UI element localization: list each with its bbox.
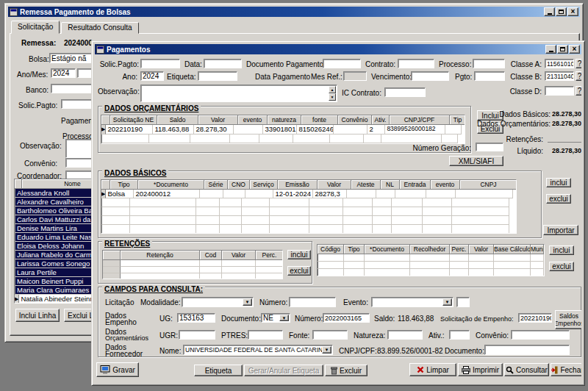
- retencoes-exclui-button[interactable]: exclui: [287, 266, 311, 276]
- tab-resultado-consulta[interactable]: Resultado Consulta: [61, 22, 138, 34]
- fonte-field[interactable]: [312, 330, 348, 340]
- pgto-field[interactable]: [474, 71, 505, 81]
- empty-row[interactable]: [318, 254, 544, 262]
- gravar-button[interactable]: Gravar: [96, 362, 139, 377]
- data-field[interactable]: [204, 59, 242, 68]
- empenho-numero-field[interactable]: 2022003165: [323, 313, 370, 323]
- minimize-button[interactable]: [544, 7, 555, 16]
- classe-a-field[interactable]: 115610100: [545, 59, 574, 68]
- col-header[interactable]: Solicitação NE: [110, 115, 157, 125]
- imprimir-button[interactable]: Imprimir: [458, 363, 503, 376]
- gerar-anular-etiqueta-button[interactable]: Gerar/Anular Etiqueta: [244, 365, 323, 376]
- tab-solicitacao[interactable]: Solicitação: [11, 21, 60, 34]
- etiqueta-button[interactable]: Etiqueta: [194, 365, 243, 376]
- col-header[interactable]: CNPJ: [460, 180, 517, 190]
- titlebar-pagamentos[interactable]: Pagamentos ×: [95, 44, 581, 54]
- licitacao-numero-field[interactable]: [289, 297, 336, 307]
- empty-row[interactable]: [101, 216, 516, 225]
- retencoes-detalhe-exclui-button[interactable]: exclui: [549, 262, 574, 271]
- classe-d-help-button[interactable]: ?: [576, 86, 581, 96]
- ug-field[interactable]: 153163: [177, 313, 215, 323]
- col-header[interactable]: Convênio: [338, 115, 372, 125]
- ano-field[interactable]: 2024: [140, 71, 164, 81]
- col-header[interactable]: Valor: [198, 115, 238, 125]
- modalidade-select[interactable]: ▼: [182, 297, 254, 307]
- empty-row[interactable]: [101, 198, 516, 207]
- minimize-button[interactable]: [545, 45, 556, 54]
- maximize-button[interactable]: [557, 45, 568, 54]
- ugr-field[interactable]: [179, 330, 215, 340]
- retencoes-detalhe-grid[interactable]: Código Tipo *Documento Recolhedor Perc. …: [317, 244, 545, 276]
- chevron-down-icon[interactable]: ▼: [322, 346, 331, 354]
- col-header[interactable]: Tipo: [110, 180, 138, 190]
- col-header[interactable]: Perc.: [450, 245, 469, 254]
- chevron-down-icon[interactable]: ▼: [279, 315, 289, 321]
- basicos-inclui-button[interactable]: inclui: [546, 178, 571, 187]
- solicitacao-empenho-field[interactable]: 202210190: [518, 313, 552, 323]
- saldos-empenhos-button[interactable]: Saldos Empenhos: [555, 310, 581, 329]
- ativ-field[interactable]: [449, 330, 470, 340]
- observacao-scrollbar[interactable]: ▲ ▼: [329, 86, 336, 101]
- documento-pagamento-field[interactable]: [323, 59, 361, 68]
- col-header[interactable]: evento: [431, 180, 460, 190]
- ic-contrato-field[interactable]: [384, 87, 426, 97]
- col-header[interactable]: Valor: [222, 251, 256, 260]
- basicos-row[interactable]: ▶ Bolsa 202400012 12-01-2024 28278,3: [101, 190, 516, 198]
- ptres-field[interactable]: [248, 330, 283, 340]
- natureza-field[interactable]: [387, 330, 423, 340]
- col-header[interactable]: Saldo: [157, 115, 198, 125]
- col-header[interactable]: Emissão: [278, 180, 318, 190]
- col-header[interactable]: *Documento: [138, 180, 204, 190]
- vencimento-field[interactable]: [411, 71, 449, 81]
- orcamentarios-row[interactable]: ▶ 202210190 118.463,88 28.278,30 3390180…: [101, 125, 465, 134]
- processo-field[interactable]: [473, 59, 505, 68]
- empty-row[interactable]: [101, 225, 516, 234]
- contrato-field[interactable]: [398, 59, 434, 68]
- col-header[interactable]: Ativ.: [372, 115, 390, 125]
- empty-row[interactable]: [101, 134, 465, 143]
- etiqueta-field[interactable]: [198, 71, 237, 81]
- empty-row[interactable]: [103, 273, 282, 279]
- col-header[interactable]: Tipo: [344, 245, 365, 254]
- col-header[interactable]: Retenção: [121, 251, 200, 260]
- retencoes-detalhe-inclui-button[interactable]: inclui: [549, 245, 574, 255]
- col-header[interactable]: CNPJ/CPF: [390, 115, 450, 125]
- retencoes-inclui-button[interactable]: inclui: [287, 250, 311, 259]
- titlebar-remessa[interactable]: Remessa Pagamento de Bolsas ×: [8, 7, 580, 17]
- col-header[interactable]: fonte: [301, 115, 338, 125]
- col-header[interactable]: Perc.: [256, 251, 283, 260]
- solic-pagto-field[interactable]: [140, 59, 180, 68]
- limpar-button[interactable]: Limpar: [409, 363, 456, 376]
- chevron-down-icon[interactable]: ▼: [442, 298, 452, 306]
- documento-tipo-select[interactable]: NE▼: [261, 313, 290, 323]
- classe-a-help-button[interactable]: ?: [576, 59, 581, 68]
- empty-row[interactable]: [103, 267, 282, 273]
- col-header[interactable]: Série: [204, 180, 228, 190]
- col-header[interactable]: Munic: [531, 245, 544, 254]
- col-header[interactable]: evento: [238, 115, 268, 125]
- fechar-button[interactable]: Fechar: [551, 363, 581, 376]
- importar-button[interactable]: Importar: [543, 225, 578, 235]
- excluir-button[interactable]: Excluir: [325, 365, 368, 376]
- classe-d-field[interactable]: [545, 86, 574, 96]
- retencoes-grid[interactable]: Retenção Cod Valor Perc.: [102, 250, 283, 279]
- xml-siafi-button[interactable]: XML/SIAFI: [449, 156, 503, 166]
- close-button[interactable]: ×: [567, 7, 578, 16]
- evento-codigo-field[interactable]: [456, 297, 470, 307]
- col-header[interactable]: Recolhedor: [410, 245, 450, 254]
- basicos-exclui-button[interactable]: exclui: [546, 194, 571, 204]
- empty-row[interactable]: [318, 262, 544, 269]
- observacao-textarea[interactable]: ▲ ▼: [140, 85, 337, 102]
- ano-field[interactable]: 2024: [51, 68, 76, 78]
- close-button[interactable]: ×: [569, 45, 580, 54]
- col-header[interactable]: Base Cálculo: [494, 245, 531, 254]
- fornecedor-nome-select[interactable]: UNIVERSIDADE FEDERAL DE SANTA CATARINA▼: [183, 345, 333, 355]
- basicos-grid[interactable]: Tipo *Documento Série CNO Serviço Emissã…: [101, 179, 517, 234]
- orcamentarios-grid[interactable]: Solicitação NE Saldo Valor evento nature…: [101, 115, 465, 144]
- scroll-down-icon[interactable]: ▼: [329, 93, 336, 101]
- col-header[interactable]: natureza: [268, 115, 301, 125]
- maximize-button[interactable]: [556, 7, 567, 16]
- col-header[interactable]: Cod: [200, 251, 222, 260]
- fornecedor-documento-field[interactable]: [484, 345, 570, 355]
- convenio-field[interactable]: [511, 330, 570, 340]
